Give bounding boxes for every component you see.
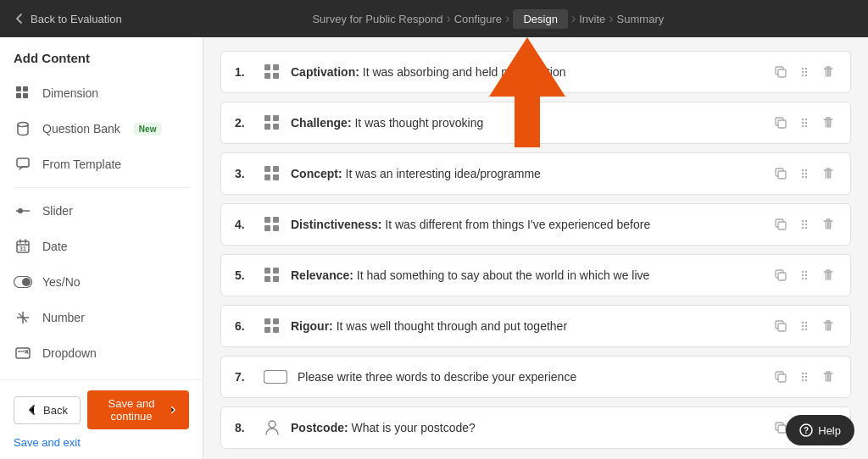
question-item: 7.Please write three words to describe y… — [220, 356, 851, 398]
svg-rect-24 — [264, 64, 270, 70]
sidebar-item-date[interactable]: 31Date — [0, 229, 203, 264]
svg-point-97 — [805, 379, 807, 381]
number-icon — [14, 308, 32, 327]
svg-point-41 — [805, 119, 807, 120]
sidebar-item-dropdown[interactable]: Dropdown — [0, 335, 203, 371]
question-text[interactable]: Rigour: It was well thought through and … — [291, 319, 762, 333]
drag-button[interactable] — [796, 216, 813, 233]
copy-button[interactable] — [772, 267, 789, 284]
svg-rect-60 — [273, 225, 279, 231]
sidebar-item-slider[interactable]: Slider — [0, 193, 203, 229]
svg-rect-99 — [778, 425, 786, 433]
save-continue-button[interactable]: Save and continue — [87, 390, 189, 429]
comment-icon — [14, 155, 32, 174]
copy-button[interactable] — [772, 216, 789, 233]
save-exit-link[interactable]: Save and exit — [14, 436, 189, 449]
delete-button[interactable] — [820, 267, 837, 284]
question-text[interactable]: Relevance: It had something to say about… — [291, 268, 762, 282]
sidebar-item-label-dropdown: Dropdown — [42, 346, 97, 360]
sidebar-item-multiple-choice[interactable]: Multiple Choice — [0, 371, 203, 379]
sidebar-item-label-yes-no: Yes/No — [42, 275, 81, 289]
help-icon: ? — [799, 423, 813, 437]
drag-button[interactable] — [796, 368, 813, 385]
sidebar-item-label-from-template: From Template — [42, 158, 121, 171]
copy-button[interactable] — [772, 318, 789, 335]
copy-button[interactable] — [772, 165, 789, 182]
content-area: 1.Captivation: It was absorbing and held… — [203, 37, 868, 459]
question-text[interactable]: Postcode: What is your postcode? — [291, 421, 762, 434]
svg-point-44 — [802, 125, 804, 127]
delete-button[interactable] — [820, 318, 837, 335]
svg-point-75 — [802, 274, 804, 276]
question-number: 4. — [235, 218, 253, 231]
drag-button[interactable] — [796, 64, 813, 80]
svg-point-73 — [802, 271, 804, 273]
svg-point-45 — [805, 125, 807, 127]
question-item: 3.Concept: It was an interesting idea/pr… — [220, 152, 851, 195]
sidebar-item-dimension[interactable]: Dimension — [0, 75, 203, 111]
question-text[interactable]: Distinctiveness: It was different from t… — [291, 218, 762, 231]
copy-button[interactable] — [772, 64, 789, 80]
sidebar-item-yes-no[interactable]: Yes/No — [0, 264, 203, 300]
grid-icon — [14, 84, 32, 102]
svg-point-4 — [18, 123, 28, 127]
copy-button[interactable] — [772, 114, 789, 131]
breadcrumb-steps: Survey for Public Respond›Configure›Desi… — [122, 9, 854, 29]
sidebar-item-question-bank[interactable]: Question BankNew — [0, 111, 203, 147]
question-text[interactable]: Challenge: It was thought provoking — [291, 116, 762, 130]
drag-button[interactable] — [796, 114, 813, 131]
copy-button[interactable] — [772, 368, 789, 385]
svg-point-95 — [805, 376, 807, 378]
question-text[interactable]: Captivation: It was absorbing and held m… — [291, 65, 762, 79]
svg-rect-35 — [264, 115, 270, 121]
sidebar-item-number[interactable]: Number — [0, 300, 203, 335]
delete-button[interactable] — [820, 165, 837, 182]
svg-point-87 — [805, 325, 807, 327]
svg-rect-2 — [16, 93, 21, 98]
nav-step-survey[interactable]: Survey for Public Respond — [312, 13, 442, 25]
question-text[interactable]: Please write three words to describe you… — [298, 370, 762, 384]
nav-step-invite[interactable]: Invite — [579, 13, 605, 25]
nav-step-summary[interactable]: Summary — [617, 13, 665, 25]
svg-rect-47 — [273, 166, 279, 172]
svg-point-34 — [805, 75, 807, 76]
svg-rect-72 — [778, 273, 786, 280]
delete-button[interactable] — [820, 114, 837, 131]
svg-rect-3 — [23, 93, 28, 98]
help-button[interactable]: ? Help — [786, 415, 854, 445]
sidebar-item-label-date: Date — [42, 240, 68, 253]
question-actions — [772, 318, 837, 335]
svg-point-40 — [802, 119, 804, 120]
question-actions — [772, 368, 837, 385]
svg-point-30 — [805, 68, 807, 69]
svg-rect-57 — [264, 217, 270, 223]
svg-rect-91 — [778, 374, 786, 382]
question-type-icon — [264, 216, 281, 233]
sidebar-item-label-slider: Slider — [42, 204, 73, 218]
question-type-icon — [264, 114, 281, 131]
drag-button[interactable] — [796, 267, 813, 284]
svg-point-96 — [802, 379, 804, 381]
delete-button[interactable] — [820, 368, 837, 385]
svg-point-55 — [802, 176, 804, 178]
svg-rect-69 — [273, 268, 279, 274]
svg-rect-49 — [273, 174, 279, 180]
drag-button[interactable] — [796, 165, 813, 182]
question-type-icon — [264, 64, 281, 80]
delete-button[interactable] — [820, 64, 837, 80]
svg-rect-80 — [273, 318, 279, 324]
delete-button[interactable] — [820, 216, 837, 233]
sidebar-item-from-template[interactable]: From Template — [0, 147, 203, 182]
nav-step-configure[interactable]: Configure — [454, 13, 502, 25]
svg-point-98 — [269, 421, 275, 428]
nav-step-design[interactable]: Design — [513, 9, 567, 29]
back-button[interactable]: Back — [14, 396, 81, 424]
drag-button[interactable] — [796, 318, 813, 335]
question-type-icon — [264, 370, 287, 384]
svg-rect-71 — [273, 276, 279, 282]
question-text[interactable]: Concept: It was an interesting idea/prog… — [291, 167, 762, 180]
sidebar: Add Content DimensionQuestion BankNewFro… — [0, 37, 203, 459]
question-number: 8. — [235, 421, 253, 434]
question-type-icon — [264, 267, 281, 284]
back-to-evaluation[interactable]: Back to Evaluation — [14, 13, 122, 25]
